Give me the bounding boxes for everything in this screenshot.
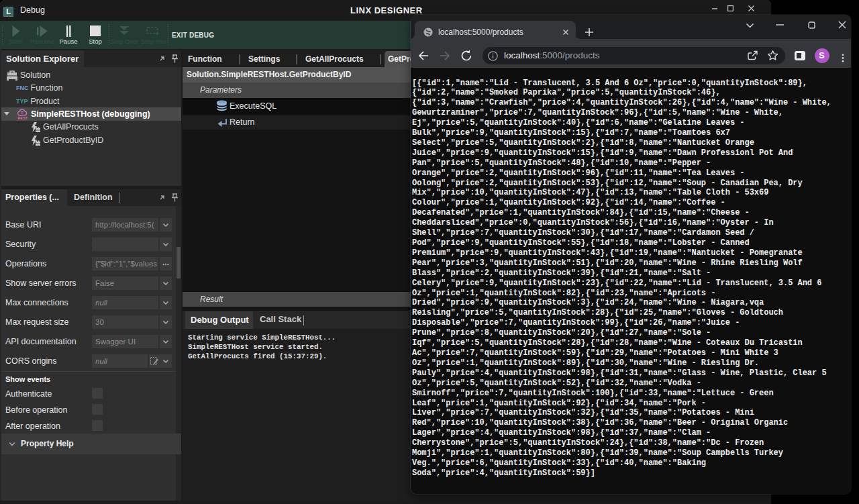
svg-text:REST: REST xyxy=(18,116,28,120)
